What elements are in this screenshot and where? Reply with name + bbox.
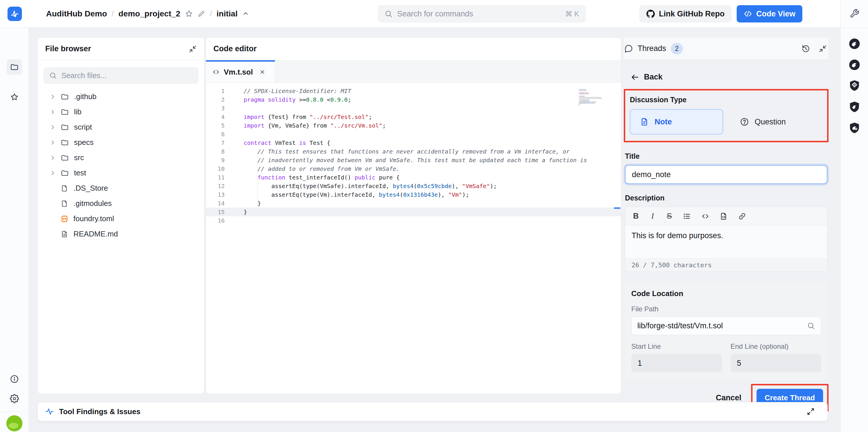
tree-file-.DS_Store[interactable]: .DS_Store [38, 181, 204, 196]
code-line-3[interactable]: 3 [206, 104, 621, 113]
folder-icon [61, 169, 69, 177]
code-line-8[interactable]: 8 // This test ensures that functions ar… [206, 147, 621, 156]
inline-code-icon[interactable] [701, 212, 709, 220]
collapse-panel-icon[interactable] [819, 44, 827, 53]
end-line-label: End Line (optional) [731, 342, 822, 350]
tool-logo-circle-1-icon[interactable] [848, 37, 861, 50]
list-icon[interactable] [683, 212, 691, 220]
favorite-star-icon[interactable] [185, 10, 193, 18]
code-view-label: Code View [756, 9, 796, 19]
scroll-decoration-marker [614, 207, 620, 209]
tools-icon[interactable] [849, 9, 859, 19]
rename-pencil-icon[interactable] [197, 10, 205, 18]
thread-title-input[interactable] [625, 165, 827, 184]
tool-logo-shield-diamond-icon[interactable] [848, 80, 861, 92]
file-search-input[interactable] [61, 71, 193, 80]
tree-item-label: README.md [73, 229, 118, 239]
description-label: Description [625, 194, 827, 202]
folder-icon [61, 138, 69, 147]
end-line-input[interactable] [731, 354, 822, 372]
code-line-16[interactable]: 16 [206, 216, 621, 225]
code-location-heading: Code Location [631, 289, 821, 298]
type-note-button[interactable]: Note [630, 109, 723, 134]
note-label: Note [655, 118, 672, 126]
tree-folder-.github[interactable]: .github [38, 89, 204, 104]
bold-button[interactable]: B [633, 212, 639, 221]
chevron-right-icon [50, 170, 56, 176]
code-line-2[interactable]: 2pragma solidity >=0.8.0 <0.9.0; [206, 95, 621, 104]
favorites-nav-icon[interactable] [10, 93, 19, 101]
code-line-14[interactable]: 14 } [206, 199, 621, 208]
code-block-file-icon[interactable] [720, 212, 728, 220]
cancel-button[interactable]: Cancel [716, 393, 742, 402]
command-search-input[interactable] [397, 9, 560, 19]
code-line-5[interactable]: 5import {Vm, VmSafe} from "../src/Vm.sol… [206, 121, 621, 130]
chevron-up-icon[interactable] [242, 10, 249, 17]
rail-divider [0, 411, 29, 411]
code-brackets-icon [744, 9, 752, 18]
link-github-repo-button[interactable]: Link GitHub Repo [639, 5, 732, 23]
file-browser-nav-icon[interactable] [7, 59, 22, 75]
italic-button[interactable]: I [649, 212, 656, 221]
code-line-1[interactable]: 1// SPDX-License-Identifier: MIT [206, 87, 621, 95]
code-area[interactable]: 1// SPDX-License-Identifier: MIT2pragma … [206, 83, 621, 225]
code-line-15[interactable]: 15} [206, 208, 621, 216]
tree-folder-script[interactable]: script [38, 120, 204, 135]
description-textarea[interactable]: This is for demo purposes. [625, 225, 827, 258]
github-icon [646, 9, 655, 18]
tool-logo-circle-2-icon[interactable] [848, 58, 861, 71]
minimap[interactable] [579, 89, 604, 107]
tree-file-README.md[interactable]: README.md [38, 226, 204, 242]
document-lines-icon [61, 230, 68, 238]
code-line-10[interactable]: 10 // added to or removed from Vm or VmS… [206, 164, 621, 173]
start-line-input[interactable] [631, 354, 722, 372]
tool-logo-shield-3-icon[interactable] [848, 122, 861, 134]
expand-icon[interactable] [807, 407, 815, 415]
code-file-icon [61, 215, 68, 223]
tree-folder-specs[interactable]: specs [38, 135, 204, 150]
breadcrumb-repo[interactable]: demo_project_2 [118, 9, 180, 19]
breadcrumb-project[interactable]: AuditHub Demo [46, 9, 107, 19]
code-line-13[interactable]: 13 assertEq(type(Vm).interfaceId, bytes4… [206, 190, 621, 199]
breadcrumb-branch[interactable]: initial [217, 9, 238, 19]
code-line-6[interactable]: 6 [206, 130, 621, 138]
code-editor-panel: Code editor Vm.t.sol × 1// SPDX-License-… [206, 37, 621, 394]
code-line-11[interactable]: 11 function test_interfaceId() public pu… [206, 173, 621, 182]
strikethrough-button[interactable]: S [666, 212, 673, 221]
audithub-logo-icon[interactable] [7, 7, 22, 21]
code-line-9[interactable]: 9 // inadvertently moved between Vm and … [206, 156, 621, 164]
description-editor: B I S This is for demo purposes. 26 / 7,… [625, 207, 827, 272]
code-line-4[interactable]: 4import {Test} from "../src/Test.sol"; [206, 113, 621, 121]
tool-findings-bar[interactable]: Tool Findings & Issues [37, 402, 828, 421]
thread-bubble-icon [624, 44, 633, 53]
back-button[interactable]: Back [631, 72, 829, 82]
file-path-input[interactable] [637, 321, 804, 330]
back-label: Back [644, 72, 663, 82]
search-icon [49, 72, 57, 79]
info-icon[interactable] [10, 374, 19, 383]
type-question-button[interactable]: Question [730, 109, 823, 134]
tool-logo-shield-2-icon[interactable] [848, 101, 861, 114]
link-icon[interactable] [738, 212, 746, 220]
collapse-panel-icon[interactable] [189, 45, 197, 53]
history-icon[interactable] [802, 44, 810, 53]
tree-item-label: .DS_Store [73, 184, 108, 193]
code-view-button[interactable]: Code View [737, 5, 802, 23]
settings-gear-icon[interactable] [10, 394, 19, 403]
user-avatar[interactable] [6, 415, 23, 431]
command-search[interactable]: ⌘ K [378, 5, 586, 23]
tab-close-icon[interactable]: × [260, 67, 265, 77]
search-icon[interactable] [807, 322, 815, 330]
tree-file-.gitmodules[interactable]: .gitmodules [38, 196, 204, 211]
tab-vm-t-sol[interactable]: Vm.t.sol × [206, 60, 275, 82]
code-line-12[interactable]: 12 assertEq(type(VmSafe).interfaceId, by… [206, 182, 621, 190]
code-line-7[interactable]: 7contract VmTest is Test { [206, 138, 621, 147]
tree-file-foundry.toml[interactable]: foundry.toml [38, 211, 204, 226]
tree-folder-lib[interactable]: lib [38, 104, 204, 120]
file-search[interactable] [43, 67, 198, 84]
tree-item-label: test [74, 168, 86, 177]
tree-folder-test[interactable]: test [38, 165, 204, 181]
breadcrumb-separator: / [112, 9, 114, 19]
code-location-card: Code Location File Path Start Line End L… [625, 282, 827, 380]
tree-folder-src[interactable]: src [38, 150, 204, 165]
